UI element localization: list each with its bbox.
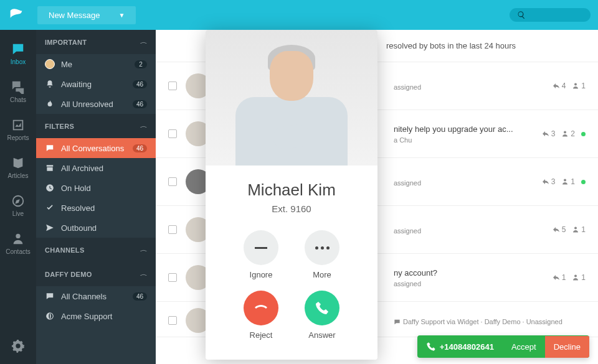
row-checkbox[interactable] [168,225,177,234]
send-icon [45,223,54,232]
incoming-call-bar: +14084802641 Accept Decline [417,335,589,358]
nav-me[interactable]: Me 2 [36,54,156,74]
nav-outbound[interactable]: Outbound [36,218,156,238]
row-checkbox[interactable] [168,273,177,282]
rail-label: Live [12,210,24,217]
section-important[interactable]: IMPORTANT ︿ [36,30,156,54]
rail-contacts[interactable]: Contacts [0,226,36,261]
reply-icon [542,130,549,138]
section-channels[interactable]: CHANNELS ︿ [36,238,156,262]
rail-reports[interactable]: Reports [0,112,36,147]
button-label: Accept [511,342,536,352]
nav-label: Awaiting [61,80,126,89]
app-logo[interactable] [7,6,25,24]
section-title: IMPORTANT [45,39,87,46]
section-title: FILTERS [45,123,74,130]
caller-name: Michael Kim [206,180,377,200]
nav-acme-support[interactable]: Acme Support [36,306,156,326]
row-meta: assigned [394,83,544,91]
person-icon [11,232,25,246]
count-badge: 46 [133,100,147,108]
nav-label: On Hold [61,184,147,193]
nav-awaiting[interactable]: Awaiting 46 [36,74,156,94]
search-input[interactable] [510,8,591,22]
row-checkbox[interactable] [168,129,177,138]
row-meta: Daffy Support via Widget · Daffy Demo · … [394,318,586,325]
bell-icon [45,80,54,88]
archive-icon [45,164,54,172]
reject-button[interactable]: Reject [244,291,278,340]
chart-icon [11,118,25,132]
rail-label: Articles [8,172,29,179]
phone-icon [426,342,436,352]
nav-label: All Unresolved [61,100,126,109]
check-icon [45,203,54,212]
settings-button[interactable] [11,330,25,364]
nav-on-hold[interactable]: On Hold [36,178,156,198]
rail-live[interactable]: Live [0,188,36,223]
hangup-icon [254,301,268,315]
rail-chats[interactable]: Chats [0,74,36,110]
row-meta: assigned [394,179,533,187]
reply-icon [553,82,560,90]
section-daffy-demo[interactable]: DAFFY DEMO ︿ [36,262,156,286]
row-subject: nitely help you upgrade your ac... [394,124,533,134]
section-title: CHANNELS [45,246,85,254]
rail-articles[interactable]: Articles [0,150,36,185]
rail-label: Contacts [6,248,30,255]
row-checkbox[interactable] [168,316,177,325]
person-icon [561,130,569,138]
compass-icon [11,194,25,208]
answer-button[interactable]: Answer [305,291,339,340]
row-checkbox[interactable] [168,82,177,90]
reply-icon [553,226,560,233]
button-label: Answer [308,330,335,340]
ignore-button[interactable]: Ignore [244,230,278,279]
rail-inbox[interactable]: Inbox [0,36,36,72]
button-label: Ignore [250,270,273,279]
chat-bubble-icon [11,42,25,56]
decline-button[interactable]: Decline [545,336,589,358]
accept-button[interactable]: Accept [503,336,545,358]
count-badge: 46 [133,144,147,152]
speech-icon [45,292,54,301]
caller-extension: Ext. 9160 [206,203,377,214]
nav-label: All Conversations [61,144,126,153]
person-icon [572,82,579,90]
more-button[interactable]: More [305,230,339,279]
rail-label: Reports [7,134,29,141]
nav-all-archived[interactable]: All Archived [36,158,156,178]
count-badge: 46 [133,80,147,88]
row-checkbox[interactable] [168,177,177,186]
flame-icon [45,100,54,108]
new-message-button[interactable]: New Message ▼ [37,6,136,24]
speech-icon [45,144,54,152]
button-label: Decline [554,342,581,352]
nav-label: Acme Support [61,312,147,321]
more-icon [315,246,330,250]
person-icon [572,274,579,281]
row-meta: assigned [394,227,544,235]
search-icon [517,11,526,19]
phone-icon [315,301,330,315]
nav-all-conversations[interactable]: All Conversations 46 [36,138,156,158]
globe-icon [45,312,54,320]
row-meta: a Chu [394,136,533,144]
chevron-up-icon: ︿ [140,271,147,277]
nav-all-channels[interactable]: All Channels 46 [36,286,156,306]
nav-unresolved[interactable]: All Unresolved 46 [36,94,156,114]
person-icon [561,178,569,185]
nav-label: All Archived [61,164,147,173]
count-badge: 46 [133,292,147,301]
minus-icon [255,247,267,249]
person-icon [572,226,579,233]
new-message-label: New Message [49,11,100,20]
nav-label: Me [61,60,128,69]
nav-label: All Channels [61,292,126,301]
section-filters[interactable]: FILTERS ︿ [36,114,156,138]
chevron-up-icon: ︿ [140,247,147,253]
nav-resolved[interactable]: Resolved [36,198,156,218]
chats-icon [11,80,25,94]
rail-label: Chats [10,96,26,103]
section-title: DAFFY DEMO [45,271,92,278]
